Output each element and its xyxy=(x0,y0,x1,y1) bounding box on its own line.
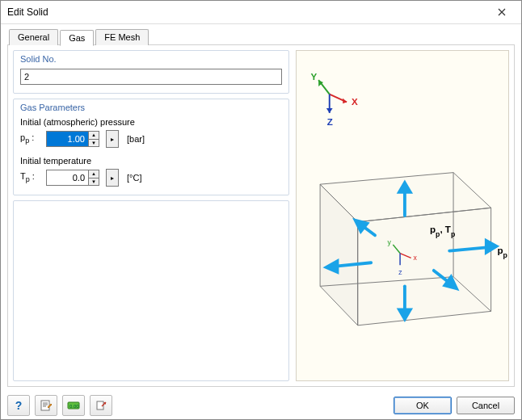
help-button[interactable]: ? xyxy=(7,395,30,416)
temperature-spinner: ▲▼ xyxy=(46,170,99,186)
import-icon xyxy=(95,400,107,411)
temperature-row: Tp : ▲▼ ▸ [°C] xyxy=(20,169,282,187)
left-column: Solid No. Gas Parameters Initial (atmosp… xyxy=(13,50,289,381)
svg-marker-5 xyxy=(326,108,333,113)
footer-bar: ? 0.00 OK Cancel xyxy=(1,392,521,419)
pressure-stepper[interactable]: ▲▼ xyxy=(88,131,99,147)
pressure-label: Initial (atmospheric) pressure xyxy=(20,117,282,127)
solid-no-input[interactable] xyxy=(20,69,282,85)
svg-text:z: z xyxy=(398,268,402,276)
temperature-stepper[interactable]: ▲▼ xyxy=(88,170,99,186)
preview-illustration: X Y Z xyxy=(297,51,508,380)
svg-text:0.00: 0.00 xyxy=(69,404,79,409)
svg-text:X: X xyxy=(352,96,358,107)
units-icon: 0.00 xyxy=(67,400,80,411)
svg-text:Z: Z xyxy=(327,116,333,127)
cancel-button[interactable]: Cancel xyxy=(457,397,515,414)
group-title-gas: Gas Parameters xyxy=(20,103,282,112)
svg-marker-11 xyxy=(358,208,491,326)
temperature-label: Initial temperature xyxy=(20,156,282,166)
close-icon xyxy=(498,8,506,16)
pressure-row: pp : ▲▼ ▸ [bar] xyxy=(20,130,282,148)
tab-fe-mesh[interactable]: FE Mesh xyxy=(95,29,149,45)
tab-gas[interactable]: Gas xyxy=(60,30,94,46)
note-pencil-icon xyxy=(40,400,52,411)
chevron-up-icon[interactable]: ▲ xyxy=(89,170,99,178)
svg-text:Y: Y xyxy=(310,71,317,82)
temperature-input[interactable] xyxy=(46,170,88,186)
temperature-picker[interactable]: ▸ xyxy=(106,169,119,187)
temperature-symbol: Tp : xyxy=(20,171,41,183)
pressure-symbol: pp : xyxy=(20,132,41,145)
close-button[interactable] xyxy=(486,2,518,22)
group-gas-parameters: Gas Parameters Initial (atmospheric) pre… xyxy=(13,99,289,195)
chevron-up-icon[interactable]: ▲ xyxy=(89,132,99,140)
content-area: General Gas FE Mesh Solid No. Gas Parame… xyxy=(1,24,521,392)
pressure-picker[interactable]: ▸ xyxy=(106,130,119,148)
units-button[interactable]: 0.00 xyxy=(62,395,85,416)
group-empty xyxy=(13,200,289,381)
group-title-solid-no: Solid No. xyxy=(20,54,282,64)
tab-general[interactable]: General xyxy=(9,29,58,45)
group-solid-no: Solid No. xyxy=(13,50,289,94)
pressure-spinner: ▲▼ xyxy=(46,131,99,147)
pressure-input[interactable] xyxy=(46,131,88,147)
svg-marker-1 xyxy=(343,98,347,103)
chevron-down-icon[interactable]: ▼ xyxy=(89,178,99,186)
svg-rect-33 xyxy=(41,401,49,410)
ok-button[interactable]: OK xyxy=(394,397,452,414)
dialog-window: Edit Solid General Gas FE Mesh Solid No.… xyxy=(0,0,522,420)
titlebar: Edit Solid xyxy=(1,1,521,24)
tabstrip: General Gas FE Mesh xyxy=(7,29,515,45)
import-button[interactable] xyxy=(90,395,112,416)
svg-text:x: x xyxy=(414,254,418,262)
chevron-down-icon[interactable]: ▼ xyxy=(89,140,99,147)
label-pp-outer: pp xyxy=(497,245,507,259)
pressure-unit: [bar] xyxy=(127,134,145,144)
svg-marker-22 xyxy=(486,241,497,253)
svg-text:y: y xyxy=(388,238,392,246)
tab-panel: Solid No. Gas Parameters Initial (atmosp… xyxy=(7,44,515,387)
help-icon: ? xyxy=(15,399,23,412)
temperature-unit: [°C] xyxy=(127,173,141,183)
edit-button[interactable] xyxy=(35,395,57,416)
preview-pane: X Y Z xyxy=(296,50,509,381)
window-title: Edit Solid xyxy=(7,6,486,18)
